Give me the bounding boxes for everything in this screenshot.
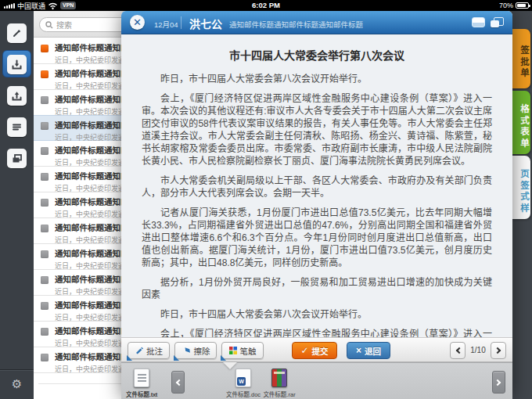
collapse-icon[interactable]	[472, 17, 485, 27]
side-tab-label: 页签式样	[518, 169, 530, 214]
mail-subject: 通知邮件标题通知邮件标题通知邮件标题	[229, 19, 472, 30]
header-divider	[181, 16, 182, 29]
erase-label: 擦除	[194, 345, 210, 357]
pencil-icon	[135, 347, 143, 355]
mail-list-item[interactable]: 通知邮件标题通知邮件标题 近日，中央纪委印发通知，	[34, 64, 135, 90]
mail-list-item[interactable]: 通知邮件标题通知邮件标题 近日，中央纪委印发通知，	[34, 115, 135, 141]
close-icon[interactable]: ✕	[130, 15, 145, 30]
mail-badge	[41, 225, 49, 232]
document-body[interactable]: 市十四届人大常委会举行第八次会议 昨日，市十四届人大常委会第八次会议开始举行。会…	[121, 34, 512, 338]
annotate-label: 批注	[146, 345, 163, 357]
toolbar-pointer	[223, 362, 237, 369]
document-paragraph: 据分析，1月份外贸开局良好，一般贸易和加工贸易进出口增速的加快成为关键因素	[142, 276, 492, 301]
prev-page-button[interactable]	[450, 342, 466, 359]
eraser-icon	[182, 347, 191, 354]
next-page-button[interactable]	[491, 342, 506, 359]
mail-list-item[interactable]: 通知邮件标题通知邮件标题 近日，中央纪委印发通知，	[34, 296, 135, 322]
mail-list-item[interactable]: 通知邮件标题通知邮件标题 近日，中央纪委印发通知，	[34, 347, 135, 373]
file-icon	[235, 368, 251, 387]
page-indicator: 1/10	[467, 342, 489, 359]
file-name: 文件标题.rar	[259, 390, 300, 398]
mail-badge	[41, 96, 49, 104]
file-name: 文件标题.txt	[121, 390, 162, 398]
search-placeholder: 搜索	[56, 19, 72, 31]
mail-list-item[interactable]: 通知邮件标题通知邮件标题 近日，中央纪委印发通知，	[34, 244, 135, 270]
side-tab-label: 格式表单	[518, 104, 530, 149]
attachments-dock: 文件标题.doc 文件标题.rar 文件标题.txt 文件标题.txt	[121, 362, 512, 399]
modal-header: ✕ 12月04 洪七公 通知邮件标题通知邮件标题通知邮件标题	[121, 11, 512, 34]
forms-icon[interactable]	[7, 117, 27, 137]
app-screen: 中国联通 VPN 6:02 PM 70% ⚙ 手	[0, 0, 532, 399]
mail-badge	[41, 199, 49, 207]
windows-cascade-icon[interactable]	[491, 17, 504, 27]
modal-toolbar: 批注 擦除 笔触 ✓ 提交 × 退回 1/10	[121, 338, 512, 362]
status-bar: 中国联通 VPN 6:02 PM 70%	[0, 0, 532, 11]
rail-divider	[0, 369, 34, 370]
mail-list-item[interactable]: 通知邮件标题通知邮件标题 近日，中央纪委印发通知，	[34, 218, 135, 244]
file-icon	[271, 368, 287, 387]
mail-badge	[41, 45, 49, 52]
mail-list-item[interactable]: 通知邮件标题通知邮件标题 近日，中央纪委印发通知，	[34, 90, 135, 116]
mail-list-item[interactable]: 通知邮件标题通知邮件标题 近日，中央纪委印发通知，	[34, 167, 135, 192]
mail-document-modal: ✕ 12月04 洪七公 通知邮件标题通知邮件标题通知邮件标题 市十四届人大常委会…	[121, 11, 512, 399]
return-label: 退回	[365, 345, 381, 357]
dock-scroll-left[interactable]	[171, 371, 185, 394]
mail-badge	[41, 302, 49, 310]
check-icon: ✓	[300, 345, 308, 356]
brush-label: 笔触	[240, 345, 257, 357]
mail-list-item[interactable]: 通知邮件标题通知邮件标题 近日，中央纪委印发通知，	[34, 192, 135, 218]
mail-badge	[41, 70, 49, 78]
inbox-icon[interactable]	[7, 55, 27, 74]
mail-list-item[interactable]: 通知邮件标题通知邮件标题 近日，中央纪委印发通知，	[34, 322, 135, 347]
brush-button[interactable]: 笔触	[221, 342, 264, 359]
mail-list: 通知邮件标题通知邮件标题 近日，中央纪委印发通知， 通知邮件标题通知邮件标题 近…	[34, 38, 135, 373]
clock: 6:02 PM	[0, 0, 532, 11]
attachment-item[interactable]: 文件标题.txt	[121, 368, 162, 398]
mail-list-item[interactable]: 通知邮件标题通知邮件标题 近日，中央纪委印发通知，	[34, 141, 135, 167]
file-name: 文件标题.doc	[223, 390, 264, 398]
document-paragraph: 会上，《厦门经济特区促进两岸区域性金融服务中心建设条例（草案）》进入一审。本次会…	[142, 328, 492, 338]
annotate-button[interactable]: 批注	[128, 342, 170, 359]
compose-icon[interactable]	[7, 23, 27, 43]
document-paragraph: 记者从厦门海关获悉，1月份厦门市进出口总值73.5亿美元，比去年同期大幅增长33…	[142, 207, 492, 269]
x-icon: ×	[356, 345, 361, 356]
attachment-item[interactable]: 文件标题.doc	[223, 368, 264, 398]
battery-icon	[516, 2, 529, 9]
document-title: 市十四届人大常委会举行第八次会议	[142, 47, 492, 63]
return-button[interactable]: × 退回	[347, 342, 390, 359]
left-nav-rail: ⚙	[0, 11, 34, 399]
outbox-icon[interactable]	[7, 86, 27, 106]
file-icon	[134, 368, 149, 387]
settings-gear-icon[interactable]: ⚙	[0, 377, 34, 391]
mail-badge	[41, 173, 49, 181]
side-tab-label: 签批单	[518, 45, 530, 80]
document-paragraph: 会上，《厦门经济特区促进两岸区域性金融服务中心建设条例（草案）》进入一审。本次会…	[142, 92, 492, 167]
document-paragraph: 昨日，市十四届人大常委会第八次会议开始举行。	[142, 308, 492, 321]
color-palette-icon	[229, 347, 237, 354]
mail-list-panel: 搜索 通知邮件标题通知邮件标题 近日，中央纪委印发通知， 通知邮件标题通知邮件标…	[34, 11, 135, 399]
attachment-item[interactable]: 文件标题.rar	[259, 368, 300, 398]
mail-list-item[interactable]: 通知邮件标题通知邮件标题 近日，中央纪委印发通知，	[34, 270, 135, 296]
battery-percent: 70%	[499, 2, 513, 9]
search-bar-area: 搜索	[34, 11, 135, 38]
search-icon	[45, 21, 53, 29]
submit-label: 提交	[312, 345, 329, 357]
dock-scroll-right[interactable]	[492, 371, 505, 394]
mail-list-item[interactable]: 通知邮件标题通知邮件标题 近日，中央纪委印发通知，	[34, 38, 135, 64]
mail-badge	[41, 147, 49, 155]
folders-icon[interactable]	[7, 149, 27, 168]
mail-sender: 洪七公	[189, 16, 222, 31]
document-paragraph: 昨日，市十四届人大常委会第八次会议开始举行。	[142, 73, 492, 85]
erase-button[interactable]: 擦除	[174, 342, 217, 359]
mail-badge	[41, 122, 49, 130]
mail-badge	[41, 250, 49, 258]
mail-badge	[41, 354, 49, 361]
mail-badge	[41, 276, 49, 284]
document-paragraph: 市人大常委会机关副局级以上干部、各区人大常委会、市政府办及有关部门负责人，部分市…	[142, 174, 492, 200]
mail-badge	[41, 328, 49, 336]
submit-button[interactable]: ✓ 提交	[292, 342, 337, 359]
mail-date: 12月04	[154, 19, 178, 30]
